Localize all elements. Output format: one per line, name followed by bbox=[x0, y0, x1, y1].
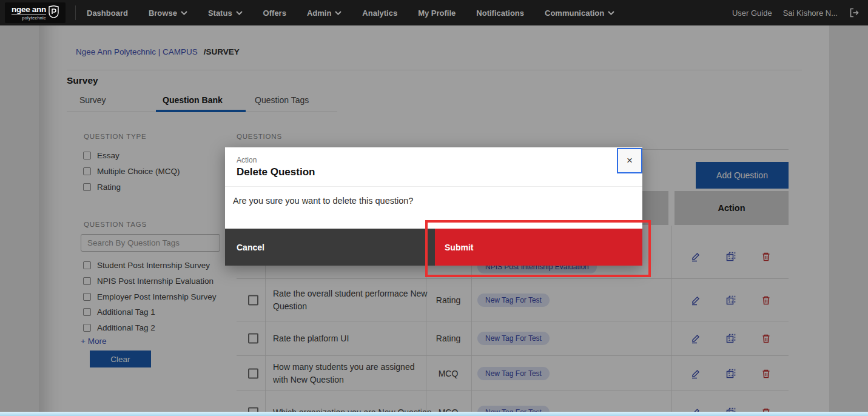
close-icon[interactable]: × bbox=[617, 148, 642, 173]
chevron-down-icon bbox=[335, 11, 341, 15]
nav-item-status[interactable]: Status bbox=[208, 8, 243, 18]
nav-item-admin[interactable]: Admin bbox=[307, 8, 341, 18]
chevron-down-icon bbox=[608, 11, 614, 15]
top-navbar: ngee ann polytechnic Dashboard Browse St… bbox=[0, 0, 868, 25]
nav-item-notifications[interactable]: Notifications bbox=[476, 8, 524, 18]
logo-line2: polytechnic bbox=[22, 16, 46, 20]
submit-button[interactable]: Submit bbox=[435, 229, 642, 266]
navbar-menu: Dashboard Browse Status Offers Admin Ana… bbox=[87, 8, 614, 18]
nav-item-communication[interactable]: Communication bbox=[545, 8, 614, 18]
navbar-divider bbox=[75, 5, 76, 20]
chevron-down-icon bbox=[236, 11, 243, 15]
nav-item-offers[interactable]: Offers bbox=[263, 8, 286, 18]
logout-icon[interactable] bbox=[849, 7, 860, 18]
delete-question-modal: Action Delete Question Are you sure you … bbox=[225, 147, 642, 266]
nav-item-browse[interactable]: Browse bbox=[149, 8, 187, 18]
modal-divider bbox=[225, 186, 642, 187]
modal-eyebrow: Action bbox=[237, 156, 257, 164]
app-screen: ngee ann polytechnic Dashboard Browse St… bbox=[0, 0, 868, 416]
chevron-down-icon bbox=[181, 11, 187, 15]
modal-footer: Cancel Submit bbox=[225, 229, 642, 266]
modal-body-text: Are you sure you want to delete this que… bbox=[233, 196, 413, 206]
nav-item-my-profile[interactable]: My Profile bbox=[418, 8, 456, 18]
logo-line1: ngee ann bbox=[12, 5, 46, 15]
navbar-right: User Guide Sai Kishore N... bbox=[732, 7, 868, 18]
cancel-button[interactable]: Cancel bbox=[225, 229, 435, 266]
ngee-ann-logo[interactable]: ngee ann polytechnic bbox=[5, 2, 66, 23]
user-guide-link[interactable]: User Guide bbox=[732, 8, 772, 18]
shield-logo-icon bbox=[49, 5, 59, 21]
logo-text: ngee ann polytechnic bbox=[12, 5, 46, 20]
nav-item-analytics[interactable]: Analytics bbox=[362, 8, 397, 18]
user-name[interactable]: Sai Kishore N... bbox=[783, 8, 838, 18]
modal-title: Delete Question bbox=[237, 166, 315, 178]
bottom-edge-strip bbox=[0, 412, 868, 416]
nav-item-dashboard[interactable]: Dashboard bbox=[87, 8, 128, 18]
